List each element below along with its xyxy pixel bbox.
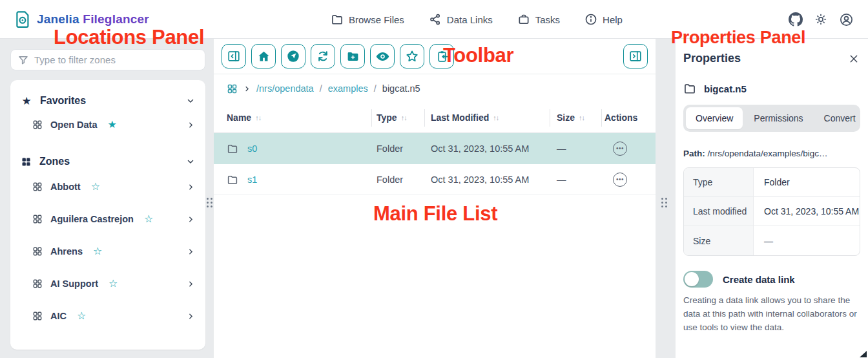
sidebar-item-label: Open Data (50, 120, 98, 130)
folder-icon (227, 174, 238, 185)
main-nav: Browse Files Data Links Tasks Help (331, 0, 623, 39)
sidebar-item-label: AI Support (50, 279, 98, 289)
row-actions-button[interactable]: ••• (613, 142, 627, 156)
file-path: Path: /nrs/opendata/examples/bigc… (683, 149, 860, 158)
favorite-star-icon[interactable]: ☆ (91, 182, 100, 192)
grid-icon (32, 279, 43, 289)
file-modified: Oct 31, 2023, 10:55 AM (424, 164, 550, 195)
refresh-button[interactable] (311, 44, 335, 68)
favorite-star-icon[interactable]: ★ (108, 120, 117, 130)
nav-browse-files[interactable]: Browse Files (331, 13, 404, 26)
nav-label: Tasks (535, 14, 560, 25)
sort-icon[interactable]: ↑↓ (255, 114, 261, 121)
zones-section-header[interactable]: Zones (21, 153, 195, 171)
properties-title: Properties (683, 52, 741, 65)
sort-icon[interactable]: ↑↓ (493, 114, 499, 121)
column-header-size[interactable]: Size↑↓ (550, 103, 601, 132)
collapse-sidebar-button[interactable] (222, 44, 246, 68)
file-type: Folder (371, 133, 424, 164)
nav-help[interactable]: Help (584, 13, 623, 26)
chevron-right-icon (243, 85, 251, 92)
annotation-main-file-list: Main File List (373, 204, 497, 224)
breadcrumb-segment[interactable]: examples (328, 83, 368, 94)
file-name-link[interactable]: s0 (247, 143, 257, 154)
folder-icon (227, 143, 238, 154)
sidebar-item-label: Aguilera Castrejon (50, 214, 134, 224)
chevron-right-icon (187, 312, 195, 321)
main-file-list-panel: /nrs/opendata / examples / bigcat.n5 Nam… (214, 39, 656, 358)
sidebar-item-ahrens[interactable]: Ahrens ☆ (32, 235, 195, 268)
nav-label: Help (603, 14, 623, 25)
favorite-button[interactable] (400, 44, 424, 68)
file-name-link[interactable]: s1 (247, 174, 257, 185)
table-row[interactable]: s0 Folder Oct 31, 2023, 10:55 AM — ••• (214, 133, 656, 164)
nav-label: Browse Files (349, 14, 404, 25)
star-icon: ★ (21, 96, 32, 107)
chevron-down-icon (186, 157, 195, 166)
close-icon[interactable] (847, 52, 860, 65)
panel-resize-handle[interactable] (661, 198, 667, 212)
table-row[interactable]: s1 Folder Oct 31, 2023, 10:55 AM — ••• (214, 164, 656, 195)
sidebar-item-ai-support[interactable]: AI Support ☆ (32, 268, 195, 300)
sort-icon[interactable]: ↑↓ (579, 114, 584, 121)
column-header-name[interactable]: Name↑↓ (214, 103, 371, 132)
toggle-label: Create data link (723, 274, 795, 285)
chevron-right-icon (187, 215, 195, 224)
tab-convert[interactable]: Convert (814, 107, 865, 129)
properties-tabs: Overview Permissions Convert (683, 105, 860, 132)
grid-icon (32, 182, 43, 192)
chevron-right-icon (187, 280, 195, 288)
sidebar-item-label: Ahrens (50, 246, 83, 257)
detail-row-last-modified: Last modified Oct 31, 2023, 10:55 AM (684, 197, 860, 226)
expand-properties-button[interactable] (623, 44, 648, 68)
detail-row-type: Type Folder (684, 168, 860, 197)
tab-overview[interactable]: Overview (686, 107, 743, 129)
zone-filter (10, 49, 205, 70)
zone-filter-input[interactable] (34, 54, 198, 65)
breadcrumb-separator: / (374, 83, 377, 94)
grid-icon (32, 120, 43, 130)
new-folder-button[interactable] (340, 44, 365, 68)
account-icon[interactable] (839, 12, 854, 27)
sidebar-item-open-data[interactable]: Open Data ★ (32, 110, 195, 140)
panel-resize-handle[interactable] (207, 198, 212, 212)
sidebar-item-label: Abbott (50, 182, 81, 192)
sidebar-item-aic[interactable]: AIC ☆ (32, 300, 195, 332)
sort-icon[interactable]: ↑↓ (401, 114, 407, 121)
sidebar-item-abbott[interactable]: Abbott ☆ (32, 171, 195, 203)
file-size: — (550, 133, 601, 164)
share-icon (429, 13, 442, 26)
toggle-knob (685, 272, 699, 286)
column-header-last-modified[interactable]: Last Modified↑↓ (424, 103, 550, 132)
column-header-type[interactable]: Type↑↓ (371, 103, 424, 132)
home-button[interactable] (251, 44, 276, 68)
favorite-star-icon[interactable]: ☆ (108, 279, 118, 289)
show-hidden-button[interactable] (370, 44, 395, 68)
breadcrumb-segment[interactable]: /nrs/opendata (256, 83, 314, 94)
file-modified: Oct 31, 2023, 10:55 AM (424, 133, 550, 164)
grid-icon (32, 311, 43, 321)
zone-browser-icon[interactable] (227, 83, 238, 94)
mouse-cursor (860, 351, 867, 357)
theme-sun-icon[interactable] (814, 12, 828, 26)
properties-panel: Properties bigcat.n5 Overview Permission… (676, 39, 868, 358)
favorites-label: Favorites (40, 95, 178, 107)
favorite-star-icon[interactable]: ☆ (93, 246, 102, 257)
toolbar (214, 39, 656, 74)
create-data-link-toggle[interactable] (683, 271, 713, 288)
tab-permissions[interactable]: Permissions (744, 107, 812, 129)
annotation-locations-panel: Locations Panel (54, 27, 204, 47)
github-icon[interactable] (789, 12, 803, 26)
favorites-section-header[interactable]: ★ Favorites (21, 92, 195, 110)
nav-data-links[interactable]: Data Links (429, 13, 493, 26)
favorite-star-icon[interactable]: ☆ (144, 214, 153, 224)
chevron-right-icon (187, 183, 195, 191)
nav-tasks[interactable]: Tasks (517, 13, 560, 26)
selected-file-name: bigcat.n5 (704, 83, 747, 94)
row-actions-button[interactable]: ••• (613, 173, 627, 187)
navigate-button[interactable] (281, 44, 305, 68)
file-size: — (550, 164, 601, 195)
file-type: Folder (371, 164, 424, 195)
sidebar-item-aguilera-castrejon[interactable]: Aguilera Castrejon ☆ (32, 203, 195, 235)
favorite-star-icon[interactable]: ☆ (77, 311, 86, 321)
